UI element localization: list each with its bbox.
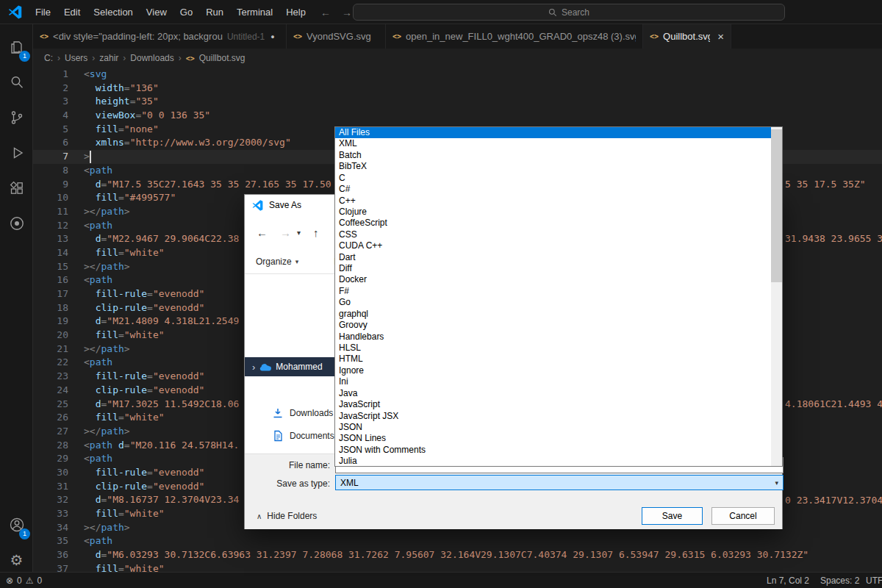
menu-file[interactable]: File	[29, 0, 57, 24]
menu-go[interactable]: Go	[173, 0, 199, 24]
chevron-down-icon[interactable]: ▾	[297, 229, 301, 237]
menu-edit[interactable]: Edit	[57, 0, 87, 24]
cancel-button[interactable]: Cancel	[711, 507, 775, 525]
organize-button[interactable]: Organize ▾	[256, 257, 298, 267]
filetype-option[interactable]: Clojure	[335, 207, 771, 218]
filetype-dropdown: All FilesXMLBatchBibTeXCC#C++ClojureCoff…	[334, 126, 783, 467]
svg-file-icon: <>	[186, 54, 195, 62]
explorer-icon[interactable]: 1	[0, 35, 33, 60]
filetype-option[interactable]: JavaScript JSX	[335, 411, 771, 422]
filetype-option[interactable]: Groovy	[335, 320, 771, 331]
close-icon[interactable]: ×	[717, 30, 724, 43]
filetype-option[interactable]: C#	[335, 184, 771, 195]
menu-help[interactable]: Help	[279, 0, 312, 24]
account-icon[interactable]: 1	[0, 512, 33, 537]
filetype-option[interactable]: HLSL	[335, 343, 771, 354]
filetype-option[interactable]: graphql	[335, 309, 771, 320]
sidebar-item-documents[interactable]: Documents	[245, 427, 335, 445]
filetype-option[interactable]: Ini	[335, 376, 771, 387]
remote-explorer-icon[interactable]	[0, 211, 33, 236]
sidebar-label: Documents	[290, 431, 334, 441]
filetype-option[interactable]: XML	[335, 138, 771, 149]
tab-untitled[interactable]: <> <div style="padding-left: 20px; backg…	[33, 24, 287, 49]
save-button[interactable]: Save	[642, 507, 703, 525]
vscode-logo-icon	[8, 5, 22, 19]
command-center-search[interactable]: Search	[353, 4, 785, 21]
dropdown-scrollbar[interactable]	[771, 127, 782, 466]
indentation-setting[interactable]: Spaces: 2	[820, 573, 859, 588]
filetype-option[interactable]: HTML	[335, 354, 771, 365]
chevron-expander-icon[interactable]: ›	[252, 362, 255, 373]
filetype-option[interactable]: Ignore	[335, 365, 771, 376]
filetype-option[interactable]: Docker	[335, 274, 771, 285]
warning-count: 0	[37, 573, 43, 588]
filetype-option[interactable]: C++	[335, 196, 771, 207]
filetype-option[interactable]: BibTeX	[335, 161, 771, 172]
filetype-option[interactable]: Diff	[335, 263, 771, 274]
downloads-icon	[272, 407, 284, 419]
filetype-option[interactable]: Dart	[335, 252, 771, 263]
search-sidebar-icon[interactable]	[0, 70, 33, 95]
tab-quillbot[interactable]: <> Quillbot.svg ×	[643, 24, 731, 49]
filetype-list: All FilesXMLBatchBibTeXCC#C++ClojureCoff…	[335, 127, 771, 466]
filetype-option[interactable]: Java	[335, 388, 771, 399]
save-as-type-combo[interactable]: XML ▾	[335, 475, 784, 490]
breadcrumb-item[interactable]: Users	[65, 53, 87, 63]
settings-gear-icon[interactable]: ⚙	[0, 548, 33, 573]
hide-folders-label: Hide Folders	[267, 511, 317, 521]
filetype-option[interactable]: CoffeeScript	[335, 218, 771, 229]
filetype-option[interactable]: Handlebars	[335, 331, 771, 343]
filetype-option[interactable]: CUDA C++	[335, 240, 771, 251]
problems-indicator[interactable]: ⊗ 0 ⚠ 0	[6, 573, 42, 588]
filetype-option[interactable]: C	[335, 173, 771, 184]
up-arrow-icon[interactable]: ↑	[313, 226, 319, 239]
filetype-option[interactable]: All Files	[335, 127, 771, 138]
filetype-option[interactable]: Batch	[335, 150, 771, 161]
menu-terminal[interactable]: Terminal	[230, 0, 279, 24]
run-debug-icon[interactable]	[0, 140, 33, 165]
chevron-right-icon: ›	[123, 53, 126, 63]
scrollbar-thumb[interactable]	[771, 129, 782, 282]
breadcrumb-item[interactable]: Quillbot.svg	[199, 53, 245, 63]
hide-folders-button[interactable]: ∧ Hide Folders	[257, 511, 317, 521]
filetype-option[interactable]: Julia	[335, 456, 771, 466]
chevron-right-icon: ›	[179, 53, 182, 63]
tab-description: Untitled-1	[227, 32, 265, 42]
dialog-title: Save As	[269, 200, 301, 210]
breadcrumb-item[interactable]: C:	[44, 53, 53, 63]
cursor-position[interactable]: Ln 7, Col 2	[767, 573, 809, 588]
forward-arrow-icon[interactable]: →	[280, 226, 291, 239]
forward-arrow-icon[interactable]: →	[342, 7, 352, 18]
chevron-down-icon: ▾	[295, 258, 299, 265]
sidebar-item-onedrive[interactable]: › Mohammed	[245, 357, 335, 376]
tab-open-in-new[interactable]: <> open_in_new_FILL0_wght400_GRAD0_opsz4…	[386, 24, 643, 49]
save-as-type-value: XML	[340, 478, 359, 488]
breadcrumb-item[interactable]: Downloads	[130, 53, 173, 63]
filetype-option[interactable]: JavaScript	[335, 399, 771, 410]
svg-file-icon: <>	[293, 32, 302, 40]
organize-label: Organize	[256, 257, 292, 267]
encoding-setting[interactable]: UTF-8	[866, 573, 882, 588]
filetype-option[interactable]: JSON Lines	[335, 433, 771, 444]
back-arrow-icon[interactable]: ←	[320, 7, 331, 18]
code-line: <svg	[84, 68, 882, 82]
menu-view[interactable]: View	[140, 0, 173, 24]
save-as-type-label: Save as type:	[245, 478, 330, 489]
sidebar-item-downloads[interactable]: Downloads	[245, 404, 335, 422]
breadcrumb-item[interactable]: zahir	[99, 53, 118, 63]
tab-label: VyondSVG.svg	[306, 31, 371, 42]
source-control-icon[interactable]	[0, 105, 33, 130]
menu-selection[interactable]: Selection	[87, 0, 139, 24]
sidebar-label: Mohammed	[276, 362, 322, 372]
back-arrow-icon[interactable]: ←	[257, 226, 268, 239]
filetype-option[interactable]: JSON with Comments	[335, 445, 771, 456]
filetype-option[interactable]: CSS	[335, 229, 771, 240]
filetype-option[interactable]: Go	[335, 297, 771, 308]
menu-run[interactable]: Run	[199, 0, 230, 24]
extensions-icon[interactable]	[0, 176, 33, 201]
tab-vyondsvg[interactable]: <> VyondSVG.svg	[287, 24, 386, 49]
filetype-option[interactable]: F#	[335, 286, 771, 297]
code-fragment: 0 23.3417V12.3704C	[785, 494, 882, 508]
chevron-right-icon: ›	[92, 53, 95, 63]
filetype-option[interactable]: JSON	[335, 422, 771, 433]
